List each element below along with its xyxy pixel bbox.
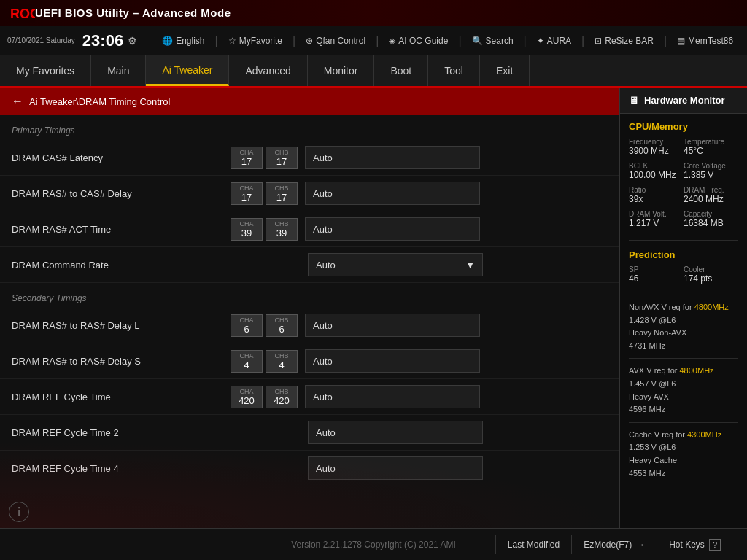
dram-ras-act-value[interactable]: Auto: [305, 217, 480, 241]
nav-boot[interactable]: Boot: [374, 55, 428, 86]
dram-cas-latency-row: DRAM CAS# Latency CHA 17 CHB 17 Auto: [0, 140, 619, 176]
hw-monitor-header: 🖥 Hardware Monitor: [620, 88, 747, 114]
sp-cell: SP 46: [629, 263, 684, 286]
prediction-grid: SP 46 Cooler 174 pts: [620, 263, 747, 292]
dram-cas-latency-label: DRAM CAS# Latency: [12, 152, 231, 163]
hw-bclk-cell: BCLK 100.00 MHz: [629, 159, 684, 183]
dram-command-rate-label: DRAM Command Rate: [12, 260, 231, 271]
aura-button[interactable]: ✦ AURA: [531, 36, 577, 46]
dram-ras-act-chb: CHB 39: [266, 218, 298, 241]
aura-icon: ✦: [537, 36, 544, 46]
hw-frequency-cell: Frequency 3900 MHz: [629, 135, 684, 159]
version-text: Version 2.21.1278 Copyright (C) 2021 AMI: [291, 540, 455, 550]
fan-icon: ⊛: [306, 36, 313, 46]
language-label: English: [176, 36, 204, 46]
dram-ref-cycle-label: DRAM REF Cycle Time: [12, 392, 231, 402]
hot-keys-button[interactable]: Hot Keys ?: [657, 534, 732, 555]
dram-ras-ras-s-label: DRAM RAS# to RAS# Delay S: [12, 356, 231, 367]
nav-tool[interactable]: Tool: [428, 55, 480, 86]
resize-icon: ⊡: [595, 36, 602, 46]
dram-ras-act-label: DRAM RAS# ACT Time: [12, 224, 231, 235]
dram-ras-cas-value[interactable]: Auto: [305, 182, 480, 205]
avx-block: AVX V req for 4800MHz 1.457 V @L6 Heavy …: [620, 362, 747, 419]
language-selector[interactable]: 🌐 English: [156, 36, 210, 46]
dram-ref-cycle2-label: DRAM REF Cycle Time 2: [12, 427, 231, 438]
dram-ras-ras-s-row: DRAM RAS# to RAS# Delay S CHA 4 CHB 4 Au…: [0, 343, 619, 379]
arrow-right-icon: →: [636, 540, 645, 550]
last-modified-button[interactable]: Last Modified: [495, 535, 571, 554]
hw-stats-grid: Frequency 3900 MHz Temperature 45°C BCLK…: [620, 135, 747, 237]
hw-dram-freq-cell: DRAM Freq. 2400 MHz: [684, 183, 738, 207]
dram-ref-cycle4-row: DRAM REF Cycle Time 4 Auto: [0, 451, 619, 486]
dram-ref-cycle-chb: CHB 420: [266, 386, 298, 408]
hw-capacity-cell: Capacity 16384 MB: [684, 207, 738, 231]
dram-ras-cas-delay-row: DRAM RAS# to CAS# Delay CHA 17 CHB 17 Au…: [0, 176, 619, 211]
dram-ref-cycle4-value[interactable]: Auto: [308, 456, 483, 480]
dram-ras-cas-chb: CHB 17: [266, 182, 298, 205]
date-text: 07/10/2021 Saturday: [7, 36, 75, 45]
info-icon-button[interactable]: i: [9, 502, 29, 522]
dram-command-rate-row: DRAM Command Rate Auto ▼: [0, 247, 619, 283]
dram-ras-cas-channels: CHA 17 CHB 17: [231, 182, 298, 205]
dram-cas-cha-box: CHA 17: [231, 147, 263, 169]
dram-ras-ras-l-cha: CHA 6: [231, 314, 263, 337]
cpu-memory-title: CPU/Memory: [620, 114, 747, 135]
question-icon: ?: [709, 539, 721, 551]
monitor-icon: 🖥: [629, 95, 638, 106]
hw-core-voltage-cell: Core Voltage 1.385 V: [684, 159, 738, 183]
title-bar: ROG UEFI BIOS Utility – Advanced Mode: [0, 0, 747, 26]
star-icon: ☆: [228, 36, 236, 46]
non-avx-block: NonAVX V req for 4800MHz 1.428 V @L6 Hea…: [620, 298, 747, 355]
dram-ref-cycle4-label: DRAM REF Cycle Time 4: [12, 463, 231, 474]
dram-ras-ras-l-channels: CHA 6 CHB 6: [231, 314, 298, 337]
ez-mode-button[interactable]: EzMode(F7) →: [571, 535, 657, 554]
search-button[interactable]: 🔍 Search: [466, 36, 519, 46]
hw-divider: [629, 240, 738, 241]
bottom-buttons: Last Modified EzMode(F7) → Hot Keys ?: [495, 534, 732, 555]
dram-ref-cycle-value[interactable]: Auto: [305, 385, 480, 408]
main-content: ← Ai Tweaker\DRAM Timing Control Primary…: [0, 88, 747, 528]
resizebar-button[interactable]: ⊡ ReSize BAR: [589, 36, 659, 46]
nav-exit[interactable]: Exit: [480, 55, 530, 86]
rog-logo-icon: ROG: [9, 4, 35, 23]
hw-dram-volt-cell: DRAM Volt. 1.217 V: [629, 207, 684, 231]
dram-ref-cycle-channels: CHA 420 CHB 420: [231, 386, 298, 408]
dram-command-rate-dropdown[interactable]: Auto ▼: [308, 253, 483, 276]
hw-divider4: [629, 422, 738, 423]
info-bar: 07/10/2021 Saturday 23:06 ⚙ 🌐 English | …: [0, 26, 747, 55]
dram-ras-ras-s-value[interactable]: Auto: [305, 349, 480, 373]
prediction-title: Prediction: [620, 244, 747, 263]
info-icon: i: [18, 506, 20, 518]
breadcrumb: ← Ai Tweaker\DRAM Timing Control: [0, 88, 619, 115]
time-display: 23:06: [82, 33, 123, 49]
back-button[interactable]: ←: [12, 95, 23, 108]
left-panel: ← Ai Tweaker\DRAM Timing Control Primary…: [0, 88, 619, 528]
nav-ai-tweaker[interactable]: Ai Tweaker: [146, 55, 229, 86]
cache-block: Cache V req for 4300MHz 1.253 V @L6 Heav…: [620, 426, 747, 483]
dram-ref-cycle2-row: DRAM REF Cycle Time 2 Auto: [0, 415, 619, 451]
dropdown-arrow-icon: ▼: [465, 260, 475, 271]
dram-ras-ras-l-row: DRAM RAS# to RAS# Delay L CHA 6 CHB 6 Au…: [0, 308, 619, 343]
search-icon: 🔍: [472, 36, 483, 46]
nav-my-favorites[interactable]: My Favorites: [0, 55, 91, 86]
myfavorite-button[interactable]: ☆ MyFavorite: [222, 36, 288, 46]
dram-ras-ras-l-value[interactable]: Auto: [305, 314, 480, 337]
svg-text:ROG: ROG: [10, 7, 35, 21]
nav-advanced[interactable]: Advanced: [229, 55, 307, 86]
secondary-timings-header: Secondary Timings: [0, 283, 619, 308]
hw-ratio-cell: Ratio 39x: [629, 183, 684, 207]
nav-main[interactable]: Main: [91, 55, 146, 86]
nav-monitor[interactable]: Monitor: [308, 55, 375, 86]
dram-ref-cycle-row: DRAM REF Cycle Time CHA 420 CHB 420 Auto: [0, 379, 619, 415]
settings-icon[interactable]: ⚙: [128, 35, 137, 47]
dram-ref-cycle-cha: CHA 420: [231, 386, 263, 408]
dram-ref-cycle2-value[interactable]: Auto: [308, 421, 483, 444]
memtest-button[interactable]: ▤ MemTest86: [671, 36, 739, 46]
nav-bar: My Favorites Main Ai Tweaker Advanced Mo…: [0, 55, 747, 88]
dram-cas-value[interactable]: Auto: [305, 146, 480, 169]
qfan-button[interactable]: ⊛ Qfan Control: [300, 36, 371, 46]
dram-ras-cas-label: DRAM RAS# to CAS# Delay: [12, 188, 231, 199]
dram-ras-act-cha: CHA 39: [231, 218, 263, 241]
aioc-button[interactable]: ◈ AI OC Guide: [383, 36, 454, 46]
window-title: UEFI BIOS Utility – Advanced Mode: [35, 7, 231, 19]
